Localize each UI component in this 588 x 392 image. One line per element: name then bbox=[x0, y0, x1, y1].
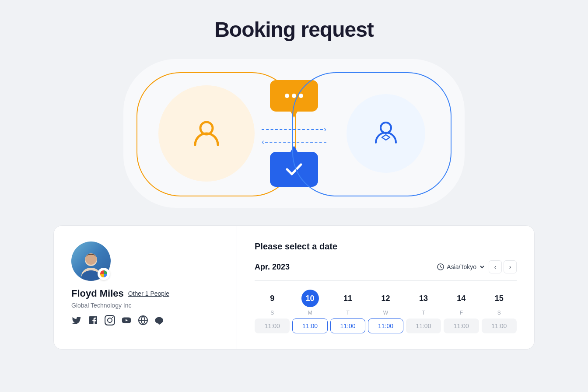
page-title: Booking request bbox=[214, 18, 374, 42]
colorful-badge bbox=[98, 268, 110, 280]
arrow-head-left: ‹ bbox=[262, 137, 264, 147]
avatar-wrapper bbox=[71, 242, 111, 281]
youtube-icon[interactable] bbox=[121, 315, 132, 326]
time-slot-10[interactable]: 11:00 bbox=[292, 318, 327, 333]
arrow-right: › bbox=[262, 125, 326, 134]
day-col-13: 13 T 11:00 bbox=[406, 290, 441, 333]
day-number-12[interactable]: 12 bbox=[377, 290, 394, 307]
day-col-14: 14 F 11:00 bbox=[444, 290, 479, 333]
checkmark-icon bbox=[285, 163, 303, 176]
dot-1 bbox=[285, 94, 289, 98]
time-slot-13: 11:00 bbox=[406, 318, 441, 333]
day-col-15: 15 S 11:00 bbox=[482, 290, 517, 333]
time-slot-11[interactable]: 11:00 bbox=[330, 318, 365, 333]
month-year: Apr. 2023 bbox=[255, 262, 290, 272]
arrow-line-right bbox=[262, 129, 323, 130]
time-slot-9: 11:00 bbox=[255, 318, 290, 333]
facebook-icon[interactable] bbox=[88, 315, 98, 326]
svg-point-1 bbox=[381, 122, 391, 133]
host-person-icon bbox=[371, 118, 401, 149]
customer-avatar-circle bbox=[158, 85, 255, 182]
timezone-selector[interactable]: Asia/Tokyo bbox=[437, 263, 485, 270]
twitter-icon[interactable] bbox=[71, 315, 82, 326]
time-slot-15: 11:00 bbox=[482, 318, 517, 333]
day-col-11: 11 T 11:00 bbox=[330, 290, 365, 333]
day-col-10: 10 M 11:00 bbox=[292, 290, 327, 333]
customer-person-icon bbox=[189, 116, 224, 151]
arrows-container: › ‹ bbox=[262, 125, 326, 147]
calendar-section: Please select a date Apr. 2023 Asia/Toky… bbox=[237, 225, 535, 350]
dot-2 bbox=[292, 94, 296, 98]
company-name: Global Technology Inc bbox=[71, 302, 219, 309]
arrow-line-left bbox=[265, 142, 326, 143]
arrow-head-right: › bbox=[324, 125, 326, 134]
day-number-9[interactable]: 9 bbox=[263, 290, 281, 307]
day-col-12: 12 W 11:00 bbox=[368, 290, 403, 333]
day-label-10: M bbox=[308, 310, 312, 316]
days-grid: 9 S 11:00 10 M 11:00 11 T 11:00 12 W 11:… bbox=[255, 290, 517, 333]
time-slot-14: 11:00 bbox=[444, 318, 479, 333]
check-box-icon bbox=[270, 152, 318, 187]
day-number-13[interactable]: 13 bbox=[415, 290, 432, 307]
dot-3 bbox=[299, 94, 303, 98]
profile-card: Floyd Miles Other 1 People Global Techno… bbox=[53, 225, 237, 350]
next-month-button[interactable]: › bbox=[504, 260, 517, 273]
day-label-13: T bbox=[422, 310, 425, 316]
hero-illustration: › ‹ bbox=[123, 59, 465, 208]
name-row: Floyd Miles Other 1 People bbox=[71, 288, 219, 299]
day-label-11: T bbox=[346, 310, 349, 316]
day-number-10[interactable]: 10 bbox=[301, 290, 319, 307]
chat-bubble-icon bbox=[270, 80, 318, 112]
day-number-11[interactable]: 11 bbox=[339, 290, 357, 307]
interaction-center: › ‹ bbox=[255, 80, 333, 187]
timezone-label: Asia/Tokyo bbox=[447, 263, 476, 270]
other-people-link[interactable]: Other 1 People bbox=[128, 290, 169, 297]
host-avatar-circle bbox=[346, 94, 425, 173]
select-date-label: Please select a date bbox=[255, 242, 517, 252]
day-label-12: W bbox=[383, 310, 388, 316]
instagram-icon[interactable] bbox=[105, 315, 115, 326]
globe-icon[interactable] bbox=[138, 315, 148, 326]
day-label-15: S bbox=[497, 310, 501, 316]
line-icon[interactable] bbox=[154, 315, 165, 326]
prev-month-button[interactable]: ‹ bbox=[489, 260, 502, 273]
chat-dots bbox=[285, 94, 303, 98]
chevron-down-icon bbox=[479, 264, 485, 270]
day-label-9: S bbox=[270, 310, 274, 316]
bottom-section: Floyd Miles Other 1 People Global Techno… bbox=[53, 225, 535, 350]
arrow-left: ‹ bbox=[262, 137, 326, 147]
day-number-14[interactable]: 14 bbox=[452, 290, 470, 307]
day-number-15[interactable]: 15 bbox=[490, 290, 508, 307]
user-name: Floyd Miles bbox=[71, 288, 124, 299]
day-label-14: F bbox=[460, 310, 463, 316]
time-slot-12[interactable]: 11:00 bbox=[368, 318, 403, 333]
timezone-row: Asia/Tokyo ‹ › bbox=[437, 260, 517, 273]
calendar-header: Apr. 2023 Asia/Tokyo ‹ › bbox=[255, 260, 517, 281]
colorful-icon bbox=[100, 270, 108, 278]
svg-point-4 bbox=[85, 253, 97, 265]
day-col-9: 9 S 11:00 bbox=[255, 290, 290, 333]
nav-arrows: ‹ › bbox=[489, 260, 517, 273]
social-icons-row bbox=[71, 315, 219, 326]
clock-icon bbox=[437, 263, 444, 270]
